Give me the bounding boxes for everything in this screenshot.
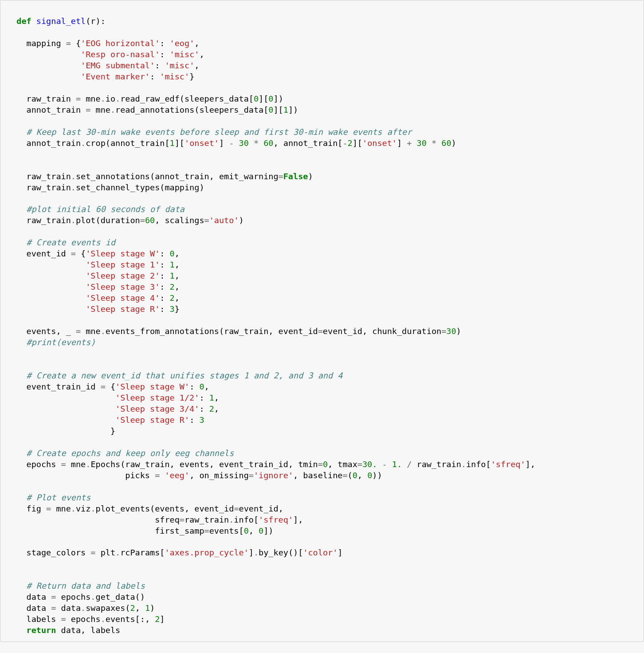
code-token: # Return data and labels: [27, 581, 145, 590]
code-token: 'Sleep stage 1/2': [115, 393, 199, 402]
code-token: 'onset': [185, 138, 219, 148]
code-token: *: [254, 138, 259, 148]
code-content: def signal_etl(r): mapping = {'EOG horiz…: [7, 16, 535, 635]
code-token: 30: [446, 326, 456, 336]
code-token: =: [76, 94, 81, 103]
code-token: *: [432, 138, 436, 148]
code-token: 'sfreq': [491, 460, 526, 469]
code-token: 0: [244, 526, 249, 535]
code-token: =: [342, 471, 347, 480]
code-token: 2: [130, 603, 135, 613]
code-token: .: [461, 460, 466, 469]
code-token: =: [90, 548, 95, 557]
code-token: 60: [441, 138, 451, 148]
code-token: 60: [263, 138, 273, 148]
code-token: =: [140, 216, 145, 225]
code-token: 'Sleep stage 3/4': [115, 404, 199, 413]
code-token: 0: [367, 471, 372, 480]
code-token: .: [81, 138, 86, 148]
code-token: =: [318, 460, 323, 469]
code-token: 'misc': [160, 72, 189, 81]
code-token: =: [66, 39, 71, 48]
code-token: 'misc': [165, 61, 194, 70]
code-token: =: [279, 172, 283, 181]
code-token: def: [16, 16, 31, 26]
code-token: 'Sleep stage W': [115, 382, 189, 391]
code-token: # Create epochs and keep only eeg channe…: [27, 448, 234, 458]
code-token: .: [229, 515, 234, 524]
code-token: .: [101, 326, 106, 336]
code-token: =: [204, 216, 209, 225]
code-token: 0: [170, 249, 175, 258]
code-token: 2: [155, 614, 160, 624]
code-token: 'Sleep stage 3': [86, 282, 160, 291]
code-token: =: [71, 249, 76, 258]
code-token: # Create events id: [27, 238, 115, 247]
code-token: +: [407, 138, 412, 148]
code-token: False: [283, 172, 308, 181]
code-token: 2: [170, 293, 175, 303]
code-token: .: [71, 172, 76, 181]
code-token: =: [318, 326, 323, 336]
code-token: .: [71, 183, 76, 192]
code-token: # Plot events: [27, 493, 91, 502]
code-token: # Keep last 30-min wake events before sl…: [27, 127, 412, 137]
code-token: #plot initial 60 seconds of data: [27, 205, 185, 214]
code-cell: def signal_etl(r): mapping = {'EOG horiz…: [0, 0, 644, 642]
code-token: =: [155, 471, 160, 480]
code-token: =: [180, 515, 185, 524]
code-token: 2: [170, 282, 175, 291]
code-token: .: [115, 548, 120, 557]
code-token: .: [71, 504, 76, 513]
code-token: 3: [170, 304, 175, 314]
code-token: 'auto': [209, 216, 239, 225]
code-token: 1: [209, 393, 214, 402]
code-token: 1: [170, 138, 175, 148]
code-token: =: [441, 326, 446, 336]
code-token: =: [46, 504, 51, 513]
code-token: # Create a new event_id that unifies sta…: [27, 371, 343, 380]
code-token: 2: [348, 138, 353, 148]
code-token: .: [90, 592, 95, 602]
code-token: =: [61, 614, 66, 624]
code-token: .: [110, 105, 115, 114]
code-token: 1: [145, 603, 150, 613]
code-token: 'EOG horizontal': [81, 39, 160, 48]
code-token: /: [407, 460, 412, 469]
code-token: .: [115, 94, 120, 103]
code-token: =: [249, 471, 254, 480]
code-token: 'eeg': [165, 471, 189, 480]
code-token: =: [101, 382, 106, 391]
code-token: 'axes.prop_cycle': [165, 548, 248, 557]
code-token: 1.: [392, 460, 402, 469]
code-token: =: [204, 526, 209, 535]
code-token: =: [51, 603, 56, 613]
code-token: return: [27, 625, 56, 635]
code-token: 30: [417, 138, 427, 148]
code-token: 3: [199, 415, 204, 425]
code-token: 'Sleep stage 4': [86, 293, 160, 303]
code-token: =: [357, 460, 362, 469]
code-token: 'Sleep stage W': [86, 249, 160, 258]
code-token: 30.: [362, 460, 377, 469]
code-token: .: [81, 603, 86, 613]
code-token: .: [254, 548, 259, 557]
code-token: 0: [254, 94, 259, 103]
code-token: 2: [209, 404, 214, 413]
code-token: =: [61, 460, 66, 469]
code-token: 1: [283, 105, 288, 114]
code-token: 'Event marker': [81, 72, 150, 81]
code-token: #print(events): [27, 338, 96, 347]
code-token: 30: [239, 138, 249, 148]
code-token: .: [101, 94, 106, 103]
code-token: .: [71, 216, 76, 225]
code-token: 'color': [303, 548, 338, 557]
code-token: .: [101, 614, 106, 624]
code-token: 'ignore': [254, 471, 293, 480]
code-token: -: [229, 138, 234, 148]
code-token: 1: [170, 271, 175, 280]
code-token: 'EMG submental': [81, 61, 155, 70]
code-token: 'sfreq': [259, 515, 293, 524]
code-token: signal_etl: [36, 16, 86, 26]
code-token: =: [76, 326, 81, 336]
